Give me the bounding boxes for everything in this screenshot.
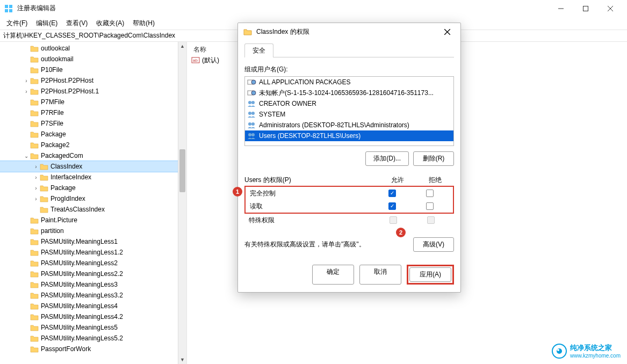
tree-item[interactable]: ›P10File	[0, 64, 186, 75]
close-button[interactable]	[598, 0, 623, 17]
svg-point-24	[557, 348, 562, 354]
scroll-down-arrow[interactable]: ▼	[178, 355, 186, 364]
expand-icon[interactable]: ›	[32, 185, 40, 191]
tree-item[interactable]: ›ClassIndex	[0, 161, 186, 172]
expand-icon[interactable]: ›	[32, 164, 40, 170]
user-list-item[interactable]: Administrators (DESKTOP-82TLHLS\Administ…	[245, 120, 453, 130]
tree-item[interactable]: ›Package	[0, 183, 186, 193]
scrollbar-thumb[interactable]	[179, 149, 185, 192]
tree-item[interactable]: ›TreatAsClassIndex	[0, 204, 186, 215]
folder-icon	[30, 292, 39, 299]
tree-item[interactable]: ›P7MFile	[0, 97, 186, 107]
vertical-scrollbar[interactable]: ▲ ▼	[178, 42, 186, 364]
menu-help[interactable]: 帮助(H)	[128, 18, 159, 29]
tree-item-label: Package	[41, 130, 66, 138]
tree-item-label: P7MFile	[41, 98, 64, 106]
expand-icon[interactable]: ›	[32, 174, 40, 180]
users-listbox[interactable]: ALL APPLICATION PACKAGES未知帐户(S-1-15-3-10…	[244, 76, 454, 146]
remove-button[interactable]: 删除(R)	[413, 151, 454, 166]
maximize-button[interactable]	[573, 0, 598, 17]
users-icon	[247, 132, 257, 140]
user-list-item[interactable]: 未知帐户(S-1-15-3-1024-1065365936-1281604716…	[245, 88, 453, 98]
collapse-icon[interactable]: ⌄	[23, 153, 30, 159]
folder-icon	[30, 109, 39, 117]
tree-item[interactable]: ›PASMUtility.MeaningLess3.2	[0, 290, 186, 301]
tree-item[interactable]: ›P2PHost.P2PHost.1	[0, 86, 186, 97]
window-titlebar: 注册表编辑器	[0, 0, 627, 17]
folder-icon	[40, 195, 48, 202]
folder-icon	[30, 281, 39, 288]
menu-file[interactable]: 文件(F)	[2, 18, 32, 29]
tree-item[interactable]: ›PASMUtility.MeaningLess5.2	[0, 333, 186, 344]
svg-rect-0	[5, 5, 8, 8]
expand-icon[interactable]: ›	[23, 78, 30, 84]
tree-item[interactable]: ›PASMUtility.MeaningLess2	[0, 258, 186, 268]
tree-item[interactable]: ›partition	[0, 225, 186, 236]
folder-icon	[30, 227, 39, 235]
tree-item[interactable]: ›PASMUtility.MeaningLess1	[0, 236, 186, 247]
user-list-item[interactable]: Users (DESKTOP-82TLHLS\Users)	[245, 130, 453, 141]
tree-item[interactable]: ›PassportForWork	[0, 344, 186, 354]
tree-item[interactable]: ›InterfaceIndex	[0, 172, 186, 183]
column-allow: 允许	[379, 176, 416, 185]
permissions-title: Users 的权限(P)	[244, 176, 379, 185]
tree-item[interactable]: ›P7RFile	[0, 107, 186, 118]
folder-icon	[30, 216, 39, 224]
tree-item[interactable]: ›PASMUtility.MeaningLess4	[0, 301, 186, 311]
tree-item-label: P10File	[41, 66, 63, 74]
tree-item[interactable]: ›P2PHost.P2PHost	[0, 75, 186, 86]
tree-item[interactable]: ›PASMUtility.MeaningLess5	[0, 322, 186, 333]
deny-checkbox[interactable]	[426, 202, 434, 210]
allow-checkbox[interactable]	[388, 190, 396, 197]
svg-point-18	[248, 112, 251, 115]
tree-item[interactable]: ›ProgIdIndex	[0, 193, 186, 204]
ok-button[interactable]: 确定	[312, 265, 354, 285]
add-button[interactable]: 添加(D)...	[365, 151, 409, 166]
deny-checkbox	[427, 216, 435, 224]
string-value-icon: ab	[191, 56, 200, 64]
menu-edit[interactable]: 编辑(E)	[32, 18, 62, 29]
tree-item-label: PASMUtility.MeaningLess4	[41, 302, 118, 310]
user-list-item[interactable]: CREATOR OWNER	[245, 98, 453, 109]
folder-icon	[30, 334, 39, 342]
allow-checkbox[interactable]	[388, 202, 396, 210]
svg-point-22	[248, 133, 251, 136]
tree-item[interactable]: ›outlookcal	[0, 43, 186, 54]
group-icon	[247, 78, 257, 86]
scroll-up-arrow[interactable]: ▲	[178, 42, 186, 50]
tree-item[interactable]: ›Package	[0, 129, 186, 140]
watermark-logo	[552, 344, 567, 359]
minimize-button[interactable]	[549, 0, 573, 17]
expand-icon[interactable]: ›	[32, 196, 40, 202]
tab-security[interactable]: 安全	[244, 43, 273, 57]
tree-item[interactable]: ›PASMUtility.MeaningLess1.2	[0, 247, 186, 258]
tree-item[interactable]: ›PASMUtility.MeaningLess3	[0, 279, 186, 290]
folder-icon	[40, 184, 48, 192]
menu-view[interactable]: 查看(V)	[62, 18, 92, 29]
tree-item[interactable]: ›Paint.Picture	[0, 215, 186, 225]
dialog-close-button[interactable]	[439, 24, 455, 40]
column-deny: 拒绝	[416, 176, 454, 185]
deny-checkbox[interactable]	[426, 190, 434, 197]
tree-item[interactable]: ⌄PackagedCom	[0, 150, 186, 161]
group-users-label: 组或用户名(G):	[244, 65, 454, 74]
tree-item[interactable]: ›PASMUtility.MeaningLess2.2	[0, 268, 186, 279]
tree-item-label: PASMUtility.MeaningLess1.2	[41, 249, 123, 256]
svg-point-23	[251, 133, 255, 136]
tree-item-label: TreatAsClassIndex	[51, 206, 105, 213]
tree-item-label: partition	[41, 227, 64, 235]
dialog-titlebar[interactable]: ClassIndex 的权限	[238, 23, 460, 40]
expand-icon[interactable]: ›	[23, 89, 30, 94]
cancel-button[interactable]: 取消	[359, 265, 401, 285]
tree-item[interactable]: ›P7SFile	[0, 118, 186, 129]
svg-point-16	[248, 101, 251, 104]
tree-item[interactable]: ›Package2	[0, 140, 186, 150]
user-list-item[interactable]: ALL APPLICATION PACKAGES	[245, 77, 453, 88]
folder-icon	[40, 173, 48, 181]
tree-item[interactable]: ›PASMUtility.MeaningLess4.2	[0, 311, 186, 322]
advanced-button[interactable]: 高级(V)	[413, 237, 454, 252]
menu-favorites[interactable]: 收藏夹(A)	[92, 18, 128, 29]
apply-button[interactable]: 应用(A)	[409, 267, 451, 282]
user-list-item[interactable]: SYSTEM	[245, 109, 453, 120]
tree-item[interactable]: ›outlookmail	[0, 54, 186, 64]
